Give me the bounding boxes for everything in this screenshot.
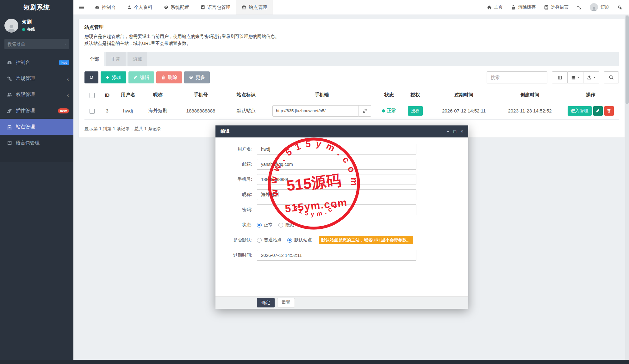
bank-icon	[242, 5, 246, 9]
sidebar-item-label: 常规管理	[16, 76, 35, 82]
enter-manage-button[interactable]: 进入管理	[568, 106, 592, 116]
maximize-icon[interactable]: □	[453, 129, 456, 134]
clear-cache-button[interactable]: 清除缓存	[507, 0, 540, 15]
add-button[interactable]: 添加	[101, 71, 126, 83]
caret-down-icon	[577, 76, 580, 79]
home-label: 主页	[494, 4, 503, 10]
grid-icon	[571, 75, 576, 80]
detail-view-button[interactable]	[552, 71, 568, 83]
navtab-profile[interactable]: 个人资料	[121, 0, 158, 15]
pencil-icon	[133, 75, 138, 80]
status-badge: 正常	[382, 108, 396, 114]
settings-button[interactable]	[613, 0, 626, 15]
scrollbar-thumb[interactable]	[626, 15, 629, 104]
radio-label: 默认站点	[294, 237, 312, 243]
search-submit-button[interactable]	[604, 71, 619, 83]
default-radio-normal-site[interactable]: 普通站点	[257, 237, 282, 243]
close-icon[interactable]: ×	[461, 129, 463, 134]
navbar-user-name: 短剧	[601, 4, 609, 10]
sidebar-item-dashboard[interactable]: 控制台 hot	[0, 54, 73, 70]
gear-icon	[164, 5, 168, 9]
gauge-icon	[95, 5, 99, 9]
username-field[interactable]	[257, 144, 416, 155]
gauge-icon	[7, 60, 12, 65]
edit-button[interactable]: 编辑	[128, 71, 154, 83]
navbar-user-menu[interactable]: 短剧	[586, 0, 613, 15]
radio-label: 普通站点	[264, 237, 282, 243]
trash-icon	[607, 109, 611, 113]
cogs-icon	[7, 76, 12, 81]
choose-language-label: 选择语言	[551, 4, 569, 10]
sites-table: ID 用户名 昵称 手机号 站点标识 手机端 状态 授权 过期时间 创建时间 操…	[84, 88, 619, 120]
table-search-input[interactable]	[487, 71, 547, 83]
hamburger-menu-button[interactable]	[73, 0, 89, 15]
caret-down-icon	[593, 76, 596, 79]
user-icon	[127, 5, 132, 9]
fullscreen-button[interactable]	[573, 0, 586, 15]
expire-field[interactable]	[257, 250, 416, 261]
sidebar-item-plugins[interactable]: 插件管理 new	[0, 103, 73, 119]
open-link-button[interactable]	[358, 105, 371, 117]
status-dot-icon	[382, 109, 385, 112]
view-options-group	[552, 71, 599, 83]
status-label: 状态:	[215, 222, 252, 228]
export-icon	[587, 75, 592, 80]
col-username: 用户名	[115, 88, 141, 102]
tab-hidden[interactable]: 隐藏	[128, 52, 147, 66]
table-row: 3 hwdj 海外短剧 18888888888 默认站点 正常 授权	[84, 102, 619, 120]
export-button[interactable]	[583, 71, 599, 83]
status-label: 正常	[387, 108, 396, 114]
navtab-system-config[interactable]: 系统配置	[158, 0, 195, 15]
navtab-sites[interactable]: 站点管理	[236, 0, 273, 15]
sidebar-item-language-packs[interactable]: 语言包管理	[0, 135, 73, 151]
status-radio-hidden[interactable]: 隐藏	[278, 222, 294, 228]
row-edit-button[interactable]	[593, 106, 603, 116]
default-radio-default-site[interactable]: 默认站点	[287, 237, 312, 243]
status-radio-normal[interactable]: 正常	[257, 222, 273, 228]
minimize-icon[interactable]: −	[446, 129, 449, 134]
reset-button[interactable]: 重置	[277, 298, 295, 307]
cell-username: hwdj	[115, 102, 141, 120]
page-title: 站点管理	[84, 24, 619, 30]
hot-badge: hot	[59, 60, 69, 65]
authorize-button[interactable]: 授权	[408, 106, 423, 116]
navtab-language-packs[interactable]: 语言包管理	[195, 0, 236, 15]
row-checkbox[interactable]	[90, 109, 95, 114]
choose-language-button[interactable]: 选择语言	[540, 0, 573, 15]
table-toolbar: 添加 编辑 删除 更多	[84, 67, 619, 83]
avatar	[4, 19, 18, 33]
trash-icon	[161, 75, 165, 80]
navtab-label: 控制台	[102, 4, 116, 10]
tab-normal[interactable]: 正常	[106, 52, 126, 66]
scrollbar[interactable]	[625, 15, 629, 360]
col-id: ID	[99, 88, 115, 102]
modal-footer: 确定 重置	[215, 296, 468, 309]
email-field[interactable]	[257, 159, 416, 170]
default-site-hint: 默认站点是您的主站，域名URL里不会带参数。	[319, 236, 413, 244]
cell-site-flag: 默认站点	[227, 102, 265, 120]
mobile-url-input[interactable]	[272, 105, 358, 117]
more-button[interactable]: 更多	[184, 71, 210, 83]
select-all-checkbox[interactable]	[90, 93, 95, 98]
nickname-field[interactable]	[257, 189, 416, 200]
confirm-button[interactable]: 确定	[257, 298, 275, 307]
row-delete-button[interactable]	[604, 106, 614, 116]
sidebar-item-general[interactable]: 常规管理 ‹	[0, 70, 73, 87]
delete-button[interactable]: 删除	[156, 71, 182, 83]
refresh-button[interactable]	[84, 71, 98, 83]
radio-label: 正常	[264, 222, 273, 228]
rocket-icon	[7, 108, 12, 113]
sidebar-search-input[interactable]	[8, 42, 65, 47]
sidebar-item-sites[interactable]: 站点管理	[0, 119, 73, 135]
book-icon	[201, 5, 205, 9]
sidebar-item-permissions[interactable]: 权限管理 ‹	[0, 87, 73, 103]
modal-header[interactable]: 编辑 − □ ×	[215, 125, 468, 137]
navtab-dashboard[interactable]: 控制台	[89, 0, 121, 15]
columns-button[interactable]	[568, 71, 583, 83]
phone-field[interactable]	[257, 174, 416, 185]
home-button[interactable]: 主页	[483, 0, 507, 15]
tab-all[interactable]: 全部	[84, 52, 104, 66]
col-expire: 过期时间	[430, 88, 497, 102]
book-icon	[7, 141, 12, 146]
password-field[interactable]	[257, 204, 416, 215]
